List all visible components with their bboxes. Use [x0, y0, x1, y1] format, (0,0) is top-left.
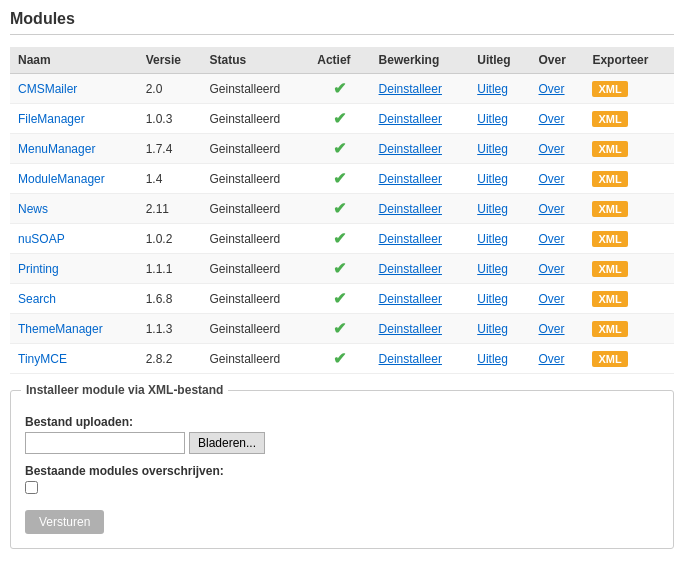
deinstalleer-link[interactable]: Deinstalleer [379, 142, 442, 156]
uitleg-link[interactable]: Uitleg [477, 82, 508, 96]
over-link[interactable]: Over [539, 172, 565, 186]
file-text-input[interactable] [25, 432, 185, 454]
xml-export-button[interactable]: XML [592, 111, 627, 127]
check-icon: ✔ [333, 80, 346, 97]
cell-versie: 1.0.3 [138, 104, 202, 134]
xml-export-button[interactable]: XML [592, 201, 627, 217]
xml-export-button[interactable]: XML [592, 291, 627, 307]
module-name-link[interactable]: Printing [18, 262, 59, 276]
cell-versie: 1.7.4 [138, 134, 202, 164]
deinstalleer-link[interactable]: Deinstalleer [379, 112, 442, 126]
table-row: TinyMCE2.8.2Geinstalleerd✔DeinstalleerUi… [10, 344, 674, 374]
cell-actief: ✔ [309, 74, 370, 104]
xml-export-button[interactable]: XML [592, 171, 627, 187]
cell-over: Over [531, 164, 585, 194]
cell-versie: 1.0.2 [138, 224, 202, 254]
over-link[interactable]: Over [539, 82, 565, 96]
over-link[interactable]: Over [539, 322, 565, 336]
cell-status: Geinstalleerd [202, 104, 310, 134]
xml-export-button[interactable]: XML [592, 351, 627, 367]
deinstalleer-link[interactable]: Deinstalleer [379, 172, 442, 186]
cell-bewerking: Deinstalleer [371, 314, 470, 344]
module-name-link[interactable]: News [18, 202, 48, 216]
check-icon: ✔ [333, 110, 346, 127]
col-actief: Actief [309, 47, 370, 74]
deinstalleer-link[interactable]: Deinstalleer [379, 322, 442, 336]
check-icon: ✔ [333, 230, 346, 247]
over-link[interactable]: Over [539, 202, 565, 216]
check-icon: ✔ [333, 170, 346, 187]
deinstalleer-link[interactable]: Deinstalleer [379, 292, 442, 306]
uitleg-link[interactable]: Uitleg [477, 232, 508, 246]
deinstalleer-link[interactable]: Deinstalleer [379, 352, 442, 366]
over-link[interactable]: Over [539, 352, 565, 366]
browse-button[interactable]: Bladeren... [189, 432, 265, 454]
file-input-row: Bladeren... [25, 432, 659, 454]
uitleg-link[interactable]: Uitleg [477, 292, 508, 306]
overwrite-checkbox[interactable] [25, 481, 38, 494]
cell-status: Geinstalleerd [202, 284, 310, 314]
deinstalleer-link[interactable]: Deinstalleer [379, 262, 442, 276]
table-row: FileManager1.0.3Geinstalleerd✔Deinstalle… [10, 104, 674, 134]
cell-actief: ✔ [309, 194, 370, 224]
cell-over: Over [531, 254, 585, 284]
module-name-link[interactable]: FileManager [18, 112, 85, 126]
cell-actief: ✔ [309, 284, 370, 314]
uitleg-link[interactable]: Uitleg [477, 202, 508, 216]
cell-exporteer: XML [584, 284, 674, 314]
over-link[interactable]: Over [539, 232, 565, 246]
uitleg-link[interactable]: Uitleg [477, 172, 508, 186]
deinstalleer-link[interactable]: Deinstalleer [379, 82, 442, 96]
table-row: Printing1.1.1Geinstalleerd✔DeinstalleerU… [10, 254, 674, 284]
cell-naam: Search [10, 284, 138, 314]
cell-status: Geinstalleerd [202, 254, 310, 284]
table-body: CMSMailer2.0Geinstalleerd✔DeinstalleerUi… [10, 74, 674, 374]
xml-export-button[interactable]: XML [592, 81, 627, 97]
xml-export-button[interactable]: XML [592, 261, 627, 277]
cell-actief: ✔ [309, 134, 370, 164]
overwrite-label: Bestaande modules overschrijven: [25, 464, 659, 478]
cell-bewerking: Deinstalleer [371, 224, 470, 254]
cell-naam: FileManager [10, 104, 138, 134]
cell-exporteer: XML [584, 74, 674, 104]
deinstalleer-link[interactable]: Deinstalleer [379, 202, 442, 216]
deinstalleer-link[interactable]: Deinstalleer [379, 232, 442, 246]
install-section: Installeer module via XML-bestand Bestan… [10, 390, 674, 549]
xml-export-button[interactable]: XML [592, 321, 627, 337]
cell-bewerking: Deinstalleer [371, 74, 470, 104]
xml-export-button[interactable]: XML [592, 141, 627, 157]
module-name-link[interactable]: ModuleManager [18, 172, 105, 186]
cell-naam: ThemeManager [10, 314, 138, 344]
uitleg-link[interactable]: Uitleg [477, 112, 508, 126]
module-name-link[interactable]: Search [18, 292, 56, 306]
cell-bewerking: Deinstalleer [371, 344, 470, 374]
uitleg-link[interactable]: Uitleg [477, 352, 508, 366]
cell-uitleg: Uitleg [469, 164, 530, 194]
module-name-link[interactable]: TinyMCE [18, 352, 67, 366]
cell-uitleg: Uitleg [469, 284, 530, 314]
table-row: ThemeManager1.1.3Geinstalleerd✔Deinstall… [10, 314, 674, 344]
col-bewerking: Bewerking [371, 47, 470, 74]
uitleg-link[interactable]: Uitleg [477, 322, 508, 336]
module-name-link[interactable]: nuSOAP [18, 232, 65, 246]
over-link[interactable]: Over [539, 292, 565, 306]
cell-uitleg: Uitleg [469, 314, 530, 344]
uitleg-link[interactable]: Uitleg [477, 262, 508, 276]
module-name-link[interactable]: CMSMailer [18, 82, 77, 96]
col-versie: Versie [138, 47, 202, 74]
cell-versie: 2.8.2 [138, 344, 202, 374]
over-link[interactable]: Over [539, 112, 565, 126]
module-name-link[interactable]: ThemeManager [18, 322, 103, 336]
module-name-link[interactable]: MenuManager [18, 142, 95, 156]
cell-naam: Printing [10, 254, 138, 284]
col-uitleg: Uitleg [469, 47, 530, 74]
cell-exporteer: XML [584, 104, 674, 134]
over-link[interactable]: Over [539, 142, 565, 156]
over-link[interactable]: Over [539, 262, 565, 276]
xml-export-button[interactable]: XML [592, 231, 627, 247]
submit-button[interactable]: Versturen [25, 510, 104, 534]
cell-actief: ✔ [309, 344, 370, 374]
col-status: Status [202, 47, 310, 74]
uitleg-link[interactable]: Uitleg [477, 142, 508, 156]
cell-naam: MenuManager [10, 134, 138, 164]
